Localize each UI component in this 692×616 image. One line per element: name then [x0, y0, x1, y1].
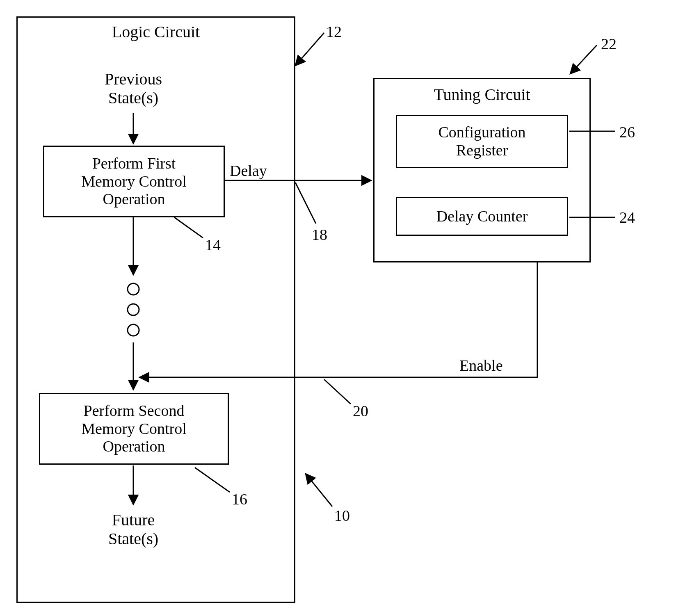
config-register-box: Configuration Register — [396, 115, 568, 168]
second-op-box: Perform Second Memory Control Operation — [39, 393, 229, 465]
tuning-circuit-title: Tuning Circuit — [373, 85, 591, 104]
enable-signal-label: Enable — [459, 357, 533, 375]
svg-line-1 — [570, 45, 597, 74]
ref-14: 14 — [205, 236, 221, 254]
ref-18: 18 — [312, 226, 327, 244]
first-op-box: Perform First Memory Control Operation — [43, 146, 225, 217]
svg-line-14 — [324, 379, 351, 404]
svg-line-13 — [295, 183, 316, 224]
ref-20: 20 — [353, 402, 368, 420]
ref-16: 16 — [232, 490, 247, 508]
svg-line-0 — [295, 33, 324, 66]
ref-22: 22 — [601, 35, 617, 53]
ref-10: 10 — [334, 506, 350, 525]
previous-states-label: Previous State(s) — [66, 70, 201, 107]
logic-circuit-title: Logic Circuit — [16, 23, 295, 41]
delay-counter-box: Delay Counter — [396, 197, 568, 236]
ref-12: 12 — [326, 23, 342, 41]
future-states-label: Future State(s) — [66, 511, 201, 548]
delay-signal-label: Delay — [230, 162, 287, 180]
svg-line-15 — [306, 474, 332, 506]
ref-26: 26 — [619, 123, 635, 141]
ref-24: 24 — [619, 208, 635, 226]
diagram-canvas: Logic Circuit Previous State(s) Perform … — [0, 0, 692, 616]
